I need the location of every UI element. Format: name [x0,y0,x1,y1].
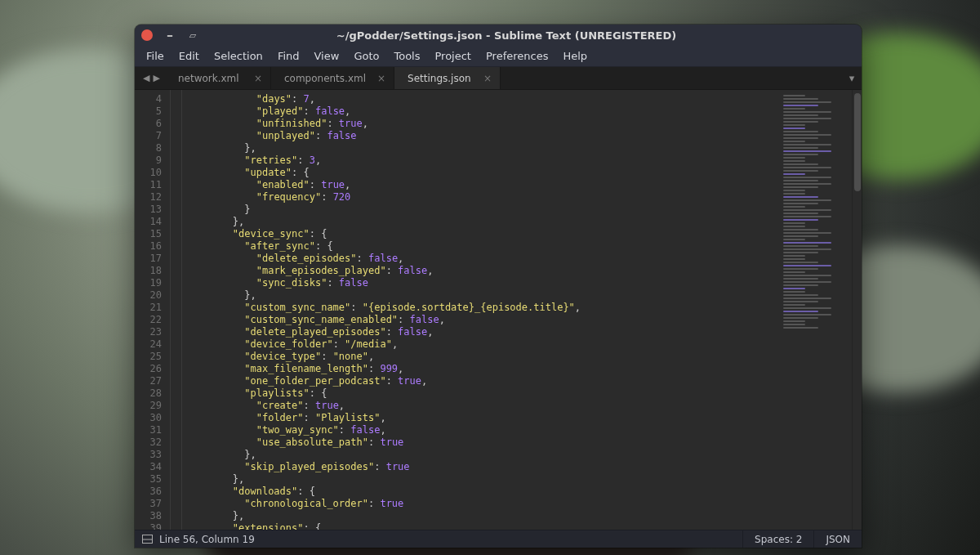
line-number[interactable]: 13 [135,204,162,216]
line-number[interactable]: 36 [135,486,162,498]
line-number[interactable]: 33 [135,449,162,461]
menu-view[interactable]: View [308,47,346,65]
line-number[interactable]: 27 [135,375,162,387]
line-number[interactable]: 4 [135,93,162,105]
line-number[interactable]: 34 [135,461,162,473]
code-line[interactable]: "sync_disks": false [185,277,778,289]
line-number[interactable]: 35 [135,473,162,486]
line-number[interactable]: 8 [135,142,162,154]
tab-overflow-button[interactable]: ▾ [842,67,862,89]
code-line[interactable]: "custom_sync_name_enabled": false, [185,314,778,326]
line-number[interactable]: 10 [135,167,162,179]
line-number[interactable]: 39 [135,522,162,530]
window-close-button[interactable] [141,29,153,41]
titlebar[interactable]: – ▱ ~/gPodder/Settings.json - Sublime Te… [135,25,862,46]
tab-settings-json[interactable]: Settings.json× [394,67,501,89]
line-number[interactable]: 15 [135,228,162,240]
code-line[interactable]: "mark_episodes_played": false, [185,265,778,277]
code-line[interactable]: "max_filename_length": 999, [185,363,778,375]
menu-edit[interactable]: Edit [172,47,206,65]
code-line[interactable]: "extensions": { [185,522,778,530]
code-line[interactable]: "enabled": true, [185,179,778,191]
menu-file[interactable]: File [140,47,171,65]
line-number[interactable]: 30 [135,412,162,424]
code-line[interactable]: "device_folder": "/media", [185,338,778,351]
code-line[interactable]: "frequency": 720 [185,191,778,204]
code-line[interactable]: }, [185,449,778,461]
line-number[interactable]: 38 [135,510,162,522]
code-line[interactable]: }, [185,289,778,302]
line-number[interactable]: 29 [135,400,162,412]
line-number[interactable]: 24 [135,338,162,351]
code-line[interactable]: }, [185,142,778,154]
line-number[interactable]: 12 [135,191,162,204]
line-number[interactable]: 18 [135,265,162,277]
line-number[interactable]: 11 [135,179,162,191]
code-line[interactable]: "chronological_order": true [185,498,778,510]
line-number[interactable]: 28 [135,387,162,400]
code-line[interactable]: "device_sync": { [185,228,778,240]
tab-history-back-icon[interactable]: ◀ [141,73,151,83]
vertical-scrollbar[interactable] [852,90,862,530]
code-line[interactable]: "days": 7, [185,93,778,105]
window-minimize-button[interactable]: – [164,29,176,41]
line-number[interactable]: 32 [135,436,162,449]
line-number[interactable]: 37 [135,498,162,510]
line-number[interactable]: 31 [135,424,162,436]
tab-components-xml[interactable]: components.xml× [271,67,394,89]
code-line[interactable]: } [185,204,778,216]
tab-close-icon[interactable]: × [243,73,262,84]
line-number[interactable]: 23 [135,326,162,338]
code-line[interactable]: }, [185,473,778,486]
code-line[interactable]: "delete_episodes": false, [185,253,778,265]
code-line[interactable]: "use_absolute_path": true [185,436,778,449]
status-indent[interactable]: Spaces: 2 [742,530,813,548]
line-number[interactable]: 6 [135,118,162,130]
code-line[interactable]: "folder": "Playlists", [185,412,778,424]
line-number[interactable]: 20 [135,289,162,302]
tab-history-forward-icon[interactable]: ▶ [151,73,161,83]
code-line[interactable]: }, [185,216,778,228]
panel-switch-icon[interactable] [140,532,154,547]
menu-goto[interactable]: Goto [347,47,385,65]
code-line[interactable]: "one_folder_per_podcast": true, [185,375,778,387]
line-number[interactable]: 14 [135,216,162,228]
code-line[interactable]: "device_type": "none", [185,351,778,363]
code-line[interactable]: "unplayed": false [185,130,778,142]
tab-close-icon[interactable]: × [472,73,492,84]
line-number[interactable]: 16 [135,240,162,253]
menu-tools[interactable]: Tools [387,47,426,65]
line-number[interactable]: 26 [135,363,162,375]
code-line[interactable]: "played": false, [185,105,778,118]
code-line[interactable]: "downloads": { [185,486,778,498]
code-line[interactable]: "retries": 3, [185,154,778,167]
line-number[interactable]: 9 [135,154,162,167]
tab-close-icon[interactable]: × [366,73,385,84]
status-position[interactable]: Line 56, Column 19 [159,534,255,545]
code-line[interactable]: "two_way_sync": false, [185,424,778,436]
line-number[interactable]: 25 [135,351,162,363]
window-maximize-button[interactable]: ▱ [187,29,198,41]
code-line[interactable]: "custom_sync_name": "{episode.sortdate}_… [185,302,778,314]
line-number[interactable]: 17 [135,253,162,265]
menu-selection[interactable]: Selection [207,47,270,65]
code-line[interactable]: "delete_played_episodes": false, [185,326,778,338]
line-number[interactable]: 19 [135,277,162,289]
code-line[interactable]: "after_sync": { [185,240,778,253]
code-line[interactable]: }, [185,510,778,522]
menu-project[interactable]: Project [428,47,477,65]
code-line[interactable]: "update": { [185,167,778,179]
line-number[interactable]: 21 [135,302,162,314]
line-number-gutter[interactable]: 4567891011121314151617181920212223242526… [135,90,171,530]
scrollbar-thumb[interactable] [854,93,861,191]
line-number[interactable]: 5 [135,105,162,118]
code-area[interactable]: "days": 7, "played": false, "unfinished"… [182,90,778,530]
status-syntax[interactable]: JSON [813,530,862,548]
line-number[interactable]: 7 [135,130,162,142]
code-line[interactable]: "unfinished": true, [185,118,778,130]
menu-help[interactable]: Help [556,47,594,65]
code-line[interactable]: "playlists": { [185,387,778,400]
menu-find[interactable]: Find [271,47,306,65]
fold-gutter[interactable] [171,90,182,530]
line-number[interactable]: 22 [135,314,162,326]
